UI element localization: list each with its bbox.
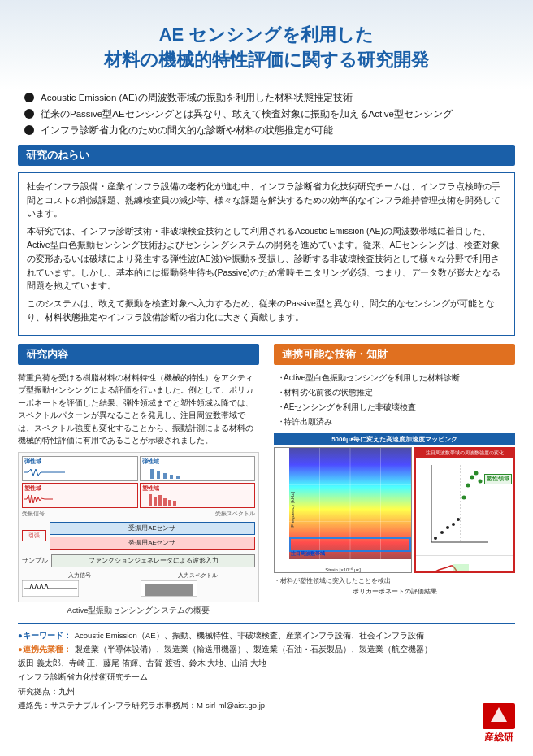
aim-para1: 社会インフラ設備・産業インフラ設備の老朽化が進む中、インフラ診断省力化技術研究チ… (27, 180, 506, 220)
emit-sensor-box: 発振用AEセンサ (50, 537, 255, 550)
stress-strain-section: 塑性領域 (416, 555, 514, 573)
aist-text: 産総研 (484, 731, 514, 745)
plastic-spectrum-box: 塑性域 (140, 483, 256, 508)
elastic-spectrum-label: 弾性域 (142, 458, 254, 466)
detect-text: ・材料が塑性領域に突入したことを検出 (274, 576, 515, 585)
author-line: 坂田 義太郎、寺崎 正、藤尾 侑輝、古賀 渡哲、鈴木 大地、山浦 大地 (18, 657, 515, 669)
team-line: インフラ診断省力化技術研究チーム (18, 671, 515, 683)
plastic-spectrum-label: 塑性域 (142, 484, 254, 493)
collab-text: 製造業（半導体設備）、製造業（輸送用機器）、製造業（石油・石炭製品）、製造業（航… (75, 643, 432, 655)
two-col-section: 研究内容 荷重負荷を受ける樹脂材料の材料特性（機械的特性）をアクティブ型振動セン… (18, 344, 515, 616)
bullet-circle-2 (24, 109, 34, 119)
research-text: 荷重負荷を受ける樹脂材料の材料特性（機械的特性）をアクティブ型振動センシングによ… (18, 371, 259, 447)
location-line: 研究拠点：九州 (18, 685, 515, 697)
aim-para2: 本研究では、インフラ診断技術・非破壊検査技術として利用されるAcoustic E… (27, 224, 506, 293)
collab-line: ●連携先業種： 製造業（半導体設備）、製造業（輸送用機器）、製造業（石油・石炭製… (18, 643, 515, 655)
elastic-label: 弾性域 (24, 458, 136, 466)
title-line2: 材料の機械的特性評価に関する研究開発 (18, 48, 515, 73)
svg-point-21 (434, 537, 437, 540)
chart-area: Frequency [kHz] Strain [×10⁻⁶ με] 注目周波数帯… (274, 447, 515, 573)
svg-rect-13 (145, 584, 193, 596)
chart-bottom-label: ポリカーボネートの評価結果 (274, 587, 515, 596)
page: AE センシングを利用した 材料の機械的特性評価に関する研究開発 Acousti… (0, 0, 533, 756)
svg-rect-4 (176, 476, 180, 479)
aim-content: 社会インフラ設備・産業インフラ設備の老朽化が進む中、インフラ診断省力化技術研究チ… (18, 172, 515, 336)
aim-header: 研究のねらい (18, 145, 515, 166)
func-gen-box: ファンクションジェネレータによる波形入力 (51, 554, 255, 567)
elastic-spectrum-box: 弾性域 (140, 456, 256, 481)
svg-point-28 (470, 475, 474, 479)
research-header: 研究内容 (18, 344, 259, 365)
aim-para3: このシステムは、敢えて振動を検査対象へ入力するため、従来のPassive型と異な… (27, 297, 506, 324)
scatter-chart: 注目周波数帯域の周波数強度の変化 (414, 447, 515, 573)
title-section: AE センシングを利用した 材料の機械的特性評価に関する研究開発 (18, 15, 515, 85)
sample-label: サンプル (22, 557, 48, 565)
input-spectrum-box: 入力スペクトル (141, 571, 256, 598)
title-line1: AE センシングを利用した (18, 23, 515, 48)
svg-rect-2 (163, 473, 167, 479)
tech-bullets: Active型白色振動センシングを利用した材料診断 材料劣化前後の状態推定 AE… (274, 371, 515, 428)
tech-col: 連携可能な技術・知財 Active型白色振動センシングを利用した材料診断 材料劣… (271, 344, 515, 616)
bullet-circle-1 (24, 93, 34, 102)
aim-section: 研究のねらい 社会インフラ設備・産業インフラ設備の老朽化が進む中、インフラ診断省… (18, 145, 515, 336)
scatter-title: 注目周波数帯域の周波数強度の変化 (416, 449, 514, 458)
diagram-label: Active型振動センシングシステムの概要 (18, 606, 259, 616)
keyword-line: ●キーワード： Acoustic Emission（AE）、振動、機械特性、非破… (18, 629, 515, 641)
page-title: AE センシングを利用した 材料の機械的特性評価に関する研究開発 (18, 23, 515, 73)
bullet-item-1: Acoustic Emission (AE)の周波数帯域の振動を利用した材料状態… (24, 91, 509, 104)
y-axis-label: Frequency [kHz] (290, 493, 295, 528)
bullet-item-3: インフラ診断省力化のための間欠的な診断や材料の状態推定が可能 (24, 124, 509, 137)
svg-rect-3 (170, 475, 173, 479)
svg-rect-10 (173, 501, 176, 506)
svg-rect-5 (149, 494, 152, 506)
bullet-text-3: インフラ診断省力化のための間欠的な診断や材料の状態推定が可能 (41, 124, 333, 137)
plastic-region-label-right: 塑性領域 (484, 474, 512, 484)
svg-point-30 (479, 479, 483, 483)
svg-point-25 (457, 518, 460, 521)
aist-icon (483, 703, 515, 729)
svg-rect-7 (158, 495, 162, 506)
svg-rect-32 (453, 564, 469, 573)
collab-label: ●連携先業種： (18, 643, 72, 655)
plastic-region-label-small: 塑性領域 (492, 571, 512, 573)
sensor-column: 受振用AEセンサ 発振用AEセンサ (50, 522, 255, 550)
sensor-row-1: 引張 受振用AEセンサ 発振用AEセンサ (22, 522, 255, 550)
bullet-circle-3 (24, 125, 34, 135)
attention-band-label: 注目周波数帯域 (291, 550, 325, 558)
aist-icon-svg (489, 706, 509, 725)
input-signal-svg (22, 580, 79, 597)
svg-point-24 (452, 523, 455, 526)
bullet-text-2: 従来のPassive型AEセンシングとは異なり、敢えて検査対象に振動を加えるAc… (41, 107, 453, 120)
signal-labels: 受振信号 受振スペクトル (22, 510, 255, 518)
plastic-wave-box: 塑性域 (22, 483, 138, 508)
svg-rect-9 (168, 500, 171, 506)
keyword-label: ●キーワード： (18, 629, 72, 641)
svg-point-26 (462, 495, 466, 499)
svg-marker-33 (491, 707, 507, 722)
bullet-section: Acoustic Emission (AE)の周波数帯域の振動を利用した材料状態… (18, 91, 515, 137)
logo-area: 産総研 (483, 703, 515, 745)
bottom-section: ●キーワード： Acoustic Emission（AE）、振動、機械特性、非破… (18, 623, 515, 711)
plastic-spectrum-svg (142, 493, 183, 506)
scatter-area: 塑性領域 (416, 458, 514, 555)
svg-rect-1 (157, 471, 160, 479)
aist-logo-block: 産総研 (483, 703, 515, 745)
svg-point-29 (474, 471, 479, 475)
svg-rect-8 (163, 498, 167, 506)
chart-main-title: 5000μɛ毎に変えた高速度加速度マッピング (274, 433, 515, 445)
heatmap-chart: Frequency [kHz] Strain [×10⁻⁶ με] 注目周波数帯… (274, 447, 412, 573)
ae-system-diagram: 弾性域 弾性域 (18, 452, 259, 602)
svg-point-22 (440, 531, 444, 534)
x-axis-label: Strain [×10⁻⁶ με] (325, 567, 361, 572)
elastic-wave-box: 弾性域 (22, 456, 138, 481)
elastic-spectrum-svg (142, 466, 183, 479)
receive-signal-label: 受振信号 (22, 510, 45, 518)
tech-item-3: AEセンシングを利用した非破壊検査 (277, 401, 515, 414)
bullet-item-2: 従来のPassive型AEセンシングとは異なり、敢えて検査対象に振動を加えるAc… (24, 107, 509, 120)
tech-item-2: 材料劣化前後の状態推定 (277, 386, 515, 399)
input-spectrum-svg (141, 580, 197, 597)
svg-rect-6 (154, 497, 157, 506)
svg-rect-0 (150, 469, 154, 479)
func-gen-row: サンプル ファンクションジェネレータによる波形入力 (22, 554, 255, 567)
bullet-text-1: Acoustic Emission (AE)の周波数帯域の振動を利用した材料状態… (41, 91, 353, 104)
